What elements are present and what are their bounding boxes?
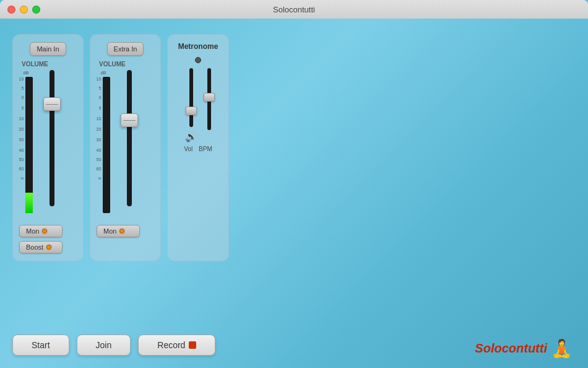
extra-vu-bar: [103, 77, 110, 213]
channels-area: Main In VOLUME dB 10 5 0 5 10 20 30: [12, 34, 576, 261]
extra-db-label: dB: [100, 70, 106, 76]
metronome-panel: Metronome 🔊 Vol BP: [167, 34, 229, 261]
metro-vol-icon: 🔊: [185, 131, 197, 142]
join-button[interactable]: Join: [77, 335, 131, 356]
main-boost-button[interactable]: Boost: [19, 241, 63, 253]
extra-fader-knob[interactable]: [121, 113, 138, 127]
extra-fader-section: dB 10 5 0 5 10 20 30 40 50 60: [97, 70, 154, 219]
metro-bpm-track: [207, 68, 211, 130]
main-fader-track: [50, 70, 54, 206]
main-volume-label: VOLUME: [22, 61, 48, 68]
metro-vol-slider-container: 🔊: [185, 68, 197, 142]
main-mon-led: [42, 229, 47, 234]
logo-text: Solocontutti: [475, 341, 547, 356]
extra-in-channel: Extra In VOLUME dB 10 5 0 5 10 20 30: [90, 34, 161, 261]
maximize-button[interactable]: [32, 6, 40, 14]
main-vu-level: [25, 193, 33, 213]
main-fader-section: dB 10 5 0 5 10 20 30 40 50 60: [19, 70, 77, 219]
main-in-channel: Main In VOLUME dB 10 5 0 5 10 20 30: [12, 34, 84, 261]
start-button[interactable]: Start: [12, 335, 69, 356]
vu-scale-labels: 10 5 0 5 10 20 30 40 50 60 ∞: [19, 77, 24, 180]
metronome-title: Metronome: [178, 42, 218, 51]
main-fader-knob[interactable]: [43, 97, 61, 111]
metro-bpm-knob[interactable]: [204, 93, 215, 102]
metro-sliders: 🔊: [185, 68, 211, 142]
main-boost-led: [46, 245, 51, 250]
window-controls: [7, 6, 40, 14]
main-in-button[interactable]: Main In: [30, 42, 66, 56]
extra-mon-led: [119, 229, 124, 234]
close-button[interactable]: [7, 6, 15, 14]
metro-vol-knob[interactable]: [186, 107, 197, 115]
metro-bpm-label: BPM: [199, 146, 212, 152]
db-label: dB: [23, 70, 28, 76]
minimize-button[interactable]: [20, 6, 28, 14]
metro-vol-label: Vol: [184, 146, 192, 152]
record-button[interactable]: Record: [138, 335, 215, 356]
record-icon: [189, 341, 196, 349]
extra-vu-meter: dB 10 5 0 5 10 20 30 40 50 60: [97, 70, 110, 219]
extra-vu-scale-labels: 10 5 0 5 10 20 30 40 50 60 ∞: [97, 77, 102, 180]
main-mon-button[interactable]: Mon: [19, 225, 63, 237]
extra-volume-label: VOLUME: [99, 61, 126, 68]
main-fader-wrapper: [37, 70, 67, 206]
extra-fader-wrapper: [114, 70, 145, 206]
extra-fader-track: [127, 70, 132, 206]
metro-indicator: [195, 57, 201, 63]
metro-bpm-slider-container: [207, 68, 211, 142]
titlebar: Solocontutti: [0, 0, 588, 19]
main-vu-bar: [25, 77, 33, 213]
main-vu-meter: dB 10 5 0 5 10 20 30 40 50 60: [19, 70, 33, 219]
logo-area: Solocontutti 🧘: [475, 338, 573, 359]
main-mon-boost: Mon Boost: [19, 225, 77, 253]
extra-mon-button[interactable]: Mon: [97, 225, 140, 237]
metro-labels: Vol BPM: [184, 146, 212, 152]
main-content: Main In VOLUME dB 10 5 0 5 10 20 30: [0, 19, 588, 368]
extra-mon-boost: Mon: [97, 225, 154, 237]
extra-in-button[interactable]: Extra In: [107, 42, 144, 56]
app-title: Solocontutti: [273, 5, 315, 14]
metro-vol-track: [189, 68, 193, 127]
logo-figure-icon: 🧘: [551, 338, 573, 359]
